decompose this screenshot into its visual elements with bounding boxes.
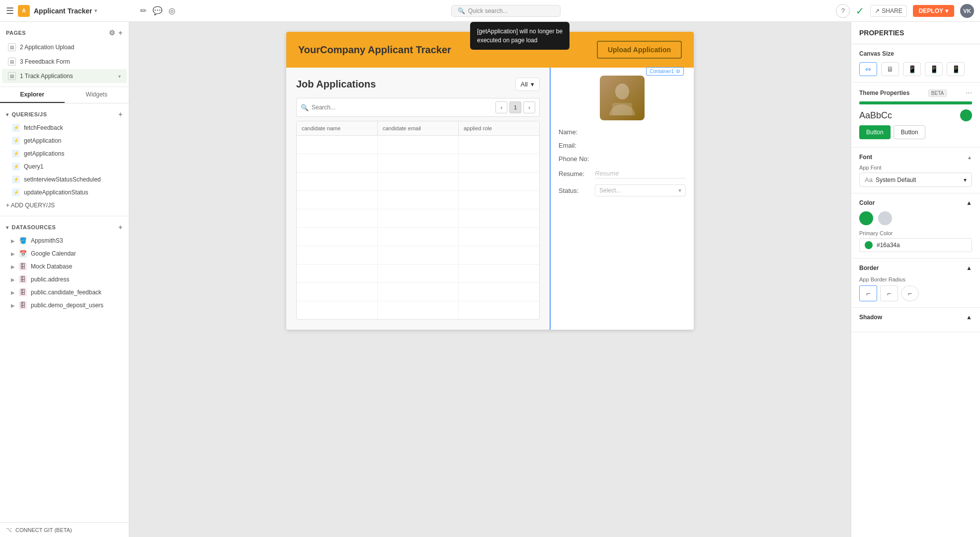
add-page-icon[interactable]: + xyxy=(118,29,123,37)
table-row[interactable] xyxy=(297,154,539,173)
sidebar: PAGES ⚙ + ▤ 2 Application Upload ▤ 3 Fee… xyxy=(0,22,129,537)
shadow-collapse-icon[interactable]: ▲ xyxy=(966,314,972,321)
deploy-chevron-icon: ▾ xyxy=(945,7,948,14)
ds-expand-icon[interactable]: ▶ xyxy=(11,290,15,295)
table-row[interactable] xyxy=(297,246,539,265)
query-getApplication[interactable]: ⚡ getApplication xyxy=(0,134,129,147)
query-updateApplicationStatus[interactable]: ⚡ updateApplicationStatus xyxy=(0,186,129,199)
sidebar-item-track-applications[interactable]: ▤ 1 Track Applications ▾ xyxy=(2,69,127,83)
table-row[interactable] xyxy=(297,228,539,246)
border-radius-small[interactable]: ⌐ xyxy=(880,285,898,301)
table-row[interactable] xyxy=(297,283,539,301)
connect-git-button[interactable]: ⌥ CONNECT GIT (BETA) xyxy=(0,522,129,537)
properties-panel: PROPERTIES Canvas Size ⇔ 🖥 📱 📱 📱 Theme P… xyxy=(851,22,980,537)
status-select[interactable]: Select... ▾ xyxy=(595,184,686,196)
add-datasource-icon[interactable]: + xyxy=(118,223,123,231)
user-avatar[interactable]: VK xyxy=(960,4,974,18)
tab-explorer[interactable]: Explorer xyxy=(0,87,65,103)
color-swatch-green[interactable] xyxy=(859,211,873,225)
primary-color-picker[interactable]: #16a34a xyxy=(859,238,972,252)
table-row[interactable] xyxy=(297,265,539,283)
share-button[interactable]: ↗ SHARE xyxy=(870,5,906,17)
queries-expand-icon[interactable]: ▾ xyxy=(6,112,9,117)
datasource-appsmithS3[interactable]: ▶ 🪣 AppsmithS3 xyxy=(0,234,129,247)
datasource-public-candidate-feedback[interactable]: ▶ 🗄 public.candidate_feedback xyxy=(0,286,129,299)
pages-header-actions[interactable]: ⚙ + xyxy=(109,29,123,37)
avatar-area xyxy=(559,76,686,120)
border-collapse-icon[interactable]: ▲ xyxy=(966,265,972,271)
canvas-size-fluid[interactable]: ⇔ xyxy=(859,62,877,76)
font-collapse-icon[interactable]: ▲ xyxy=(967,155,972,160)
table-row[interactable] xyxy=(297,173,539,191)
ds-expand-icon[interactable]: ▶ xyxy=(11,303,15,308)
hamburger-icon[interactable]: ☰ xyxy=(6,5,14,16)
datasource-public-demo-deposit-users[interactable]: ▶ 🗄 public.demo_deposit_users xyxy=(0,299,129,312)
canvas-size-tablet-small[interactable]: 📱 xyxy=(925,62,943,76)
prev-page-button[interactable]: ‹ xyxy=(495,101,507,113)
tab-widgets[interactable]: Widgets xyxy=(65,87,129,103)
table-cell xyxy=(297,136,378,154)
table-row[interactable] xyxy=(297,209,539,228)
query-setInterviewStatusScheduled[interactable]: ⚡ setInterviewStatusScheduled xyxy=(0,173,129,186)
comment-icon[interactable]: 💬 xyxy=(153,6,163,15)
font-select-dropdown[interactable]: Aa System Default ▾ xyxy=(859,173,972,187)
container-settings-icon[interactable]: ⚙ xyxy=(676,69,680,74)
datasource-google-calendar[interactable]: ▶ 📅 Google Calendar xyxy=(0,247,129,260)
datasource-mock-database[interactable]: ▶ 🗄 Mock Database xyxy=(0,260,129,273)
sidebar-tabs: Explorer Widgets xyxy=(0,87,129,103)
datasource-public-address[interactable]: ▶ 🗄 public.address xyxy=(0,273,129,286)
table-filter-dropdown[interactable]: All ▾ xyxy=(515,78,540,91)
color-swatch-gray[interactable] xyxy=(878,211,892,225)
query-fetchFeedback[interactable]: ⚡ fetchFeedback xyxy=(0,121,129,134)
sidebar-item-application-upload[interactable]: ▤ 2 Application Upload xyxy=(2,40,127,54)
sidebar-item-feedback-form[interactable]: ▤ 3 Feeedback Form xyxy=(2,55,127,69)
table-cell xyxy=(297,301,378,319)
datasources-header: ▾ DATASOURCES + xyxy=(0,220,129,234)
ds-expand-icon[interactable]: ▶ xyxy=(11,264,15,269)
ds-expand-icon[interactable]: ▶ xyxy=(11,277,15,282)
ds-expand-icon[interactable]: ▶ xyxy=(11,251,15,257)
theme-outline-button[interactable]: Button xyxy=(894,125,926,139)
border-radius-none[interactable]: ⌐ xyxy=(859,285,877,301)
table-row[interactable] xyxy=(297,191,539,209)
table-cell xyxy=(459,283,539,301)
ds-expand-icon[interactable]: ▶ xyxy=(11,238,15,244)
font-preview-dot xyxy=(960,109,972,121)
table-row[interactable] xyxy=(297,301,539,319)
share-icon: ↗ xyxy=(875,7,880,14)
field-name: Name: xyxy=(559,128,686,136)
canvas-size-mobile[interactable]: 📱 xyxy=(947,62,965,76)
preview-icon[interactable]: ◎ xyxy=(168,6,175,15)
canvas-size-tablet[interactable]: 📱 xyxy=(903,62,921,76)
query-getApplications[interactable]: ⚡ getApplications xyxy=(0,147,129,160)
edit-icon[interactable]: ✏ xyxy=(140,6,147,15)
search-placeholder: Quick search... xyxy=(468,7,508,14)
theme-more-button[interactable]: ··· xyxy=(966,89,972,97)
help-button[interactable]: ? xyxy=(836,4,850,18)
add-query-button[interactable]: + ADD QUERY/JS xyxy=(0,199,129,212)
settings-icon[interactable]: ⚙ xyxy=(109,29,116,37)
table-row[interactable] xyxy=(297,136,539,154)
add-query-icon[interactable]: + xyxy=(118,110,123,118)
datasources-expand-icon[interactable]: ▾ xyxy=(6,225,9,230)
app-font-label: App Font xyxy=(859,165,972,171)
next-page-button[interactable]: › xyxy=(523,101,535,113)
color-collapse-icon[interactable]: ▲ xyxy=(966,199,972,206)
app-header-title: YourCompany Applicant Tracker xyxy=(298,44,451,56)
table-cell xyxy=(297,154,378,172)
table-search-input[interactable] xyxy=(312,104,411,111)
canvas-scroll[interactable]: YourCompany Applicant Tracker Upload App… xyxy=(129,22,851,537)
border-radius-large[interactable]: ⌐ xyxy=(901,285,919,301)
deploy-button[interactable]: DEPLOY ▾ xyxy=(913,5,954,17)
topbar: ☰ A Applicant Tracker ▾ ✏ 💬 ◎ 🔍 Quick se… xyxy=(0,0,980,22)
font-select-chevron-icon: ▾ xyxy=(964,177,967,183)
border-radius-options: ⌐ ⌐ ⌐ xyxy=(859,285,972,301)
upload-application-button[interactable]: Upload Application xyxy=(597,41,682,59)
quick-search-bar[interactable]: 🔍 Quick search... xyxy=(451,5,561,17)
query-Query1[interactable]: ⚡ Query1 xyxy=(0,160,129,173)
svg-rect-2 xyxy=(612,103,632,115)
canvas-size-desktop[interactable]: 🖥 xyxy=(881,62,899,76)
theme-filled-button[interactable]: Button xyxy=(859,125,891,139)
theme-green-bar xyxy=(859,101,972,104)
app-title-chevron-icon[interactable]: ▾ xyxy=(94,8,97,13)
